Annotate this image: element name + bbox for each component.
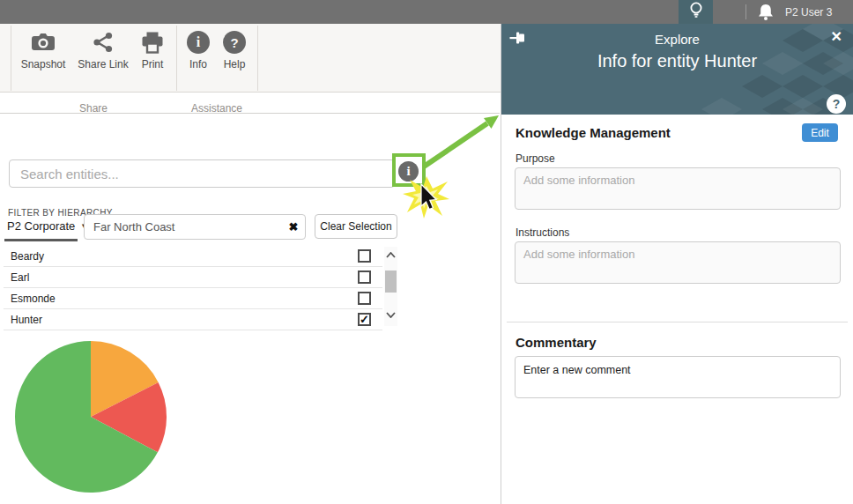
hierarchy-dropdown[interactable]: P2 Corporate ▼ [7, 219, 87, 233]
cursor-icon [421, 184, 436, 210]
click-starburst [403, 176, 449, 219]
content-top-border [0, 113, 500, 114]
info-button-ribbon[interactable]: i Info [180, 29, 217, 82]
instructions-textarea[interactable] [515, 241, 841, 284]
edit-button[interactable]: Edit [802, 123, 838, 142]
new-comment-textarea[interactable] [515, 356, 841, 398]
entity-checkbox[interactable] [358, 271, 371, 284]
help-label: Help [224, 58, 246, 70]
hierarchy-filter-input[interactable] [85, 220, 282, 233]
info-icon: i [187, 29, 210, 56]
entity-checkbox[interactable] [358, 249, 371, 263]
camera-icon [30, 29, 56, 56]
hierarchy-filter-field: ✖ [84, 214, 306, 240]
top-bar: P2 User 3 [0, 0, 853, 24]
entity-info-button[interactable]: i [398, 161, 419, 182]
annotation-arrow [424, 115, 499, 167]
purpose-label: Purpose [516, 152, 555, 165]
panel-title: Explore [501, 32, 853, 47]
panel-subtitle: Info for entity Hunter [501, 51, 853, 71]
share-link-label: Share Link [78, 58, 128, 70]
entity-row-beardy[interactable]: Beardy [4, 246, 382, 267]
snapshot-label: Snapshot [21, 58, 66, 70]
lightbulb-icon [688, 1, 704, 24]
pie-chart [11, 337, 170, 496]
print-button[interactable]: Print [132, 29, 173, 82]
snapshot-button[interactable]: Snapshot [16, 29, 70, 82]
explore-panel-body: Knowledge Management Edit Purpose Instru… [501, 115, 853, 504]
info-label: Info [189, 58, 207, 70]
panel-help-button[interactable]: ? [827, 94, 846, 114]
user-menu[interactable]: P2 User 3 [785, 6, 832, 19]
help-button-ribbon[interactable]: ? Help [217, 29, 252, 82]
share-link-button[interactable]: Share Link [74, 29, 132, 82]
ribbon-separator [176, 26, 177, 91]
purpose-textarea[interactable] [515, 167, 841, 210]
entity-row-hunter[interactable]: Hunter ✓ [4, 309, 382, 330]
ribbon-separator [11, 26, 11, 91]
hierarchy-dropdown-label: P2 Corporate [7, 219, 75, 233]
instructions-label: Instructions [516, 226, 569, 239]
notifications-button[interactable] [756, 4, 775, 21]
hierarchy-dropdown-underline [4, 239, 78, 241]
bell-icon [756, 9, 775, 24]
close-panel-button[interactable]: ✕ [831, 28, 842, 45]
entity-row-earl[interactable]: Earl [4, 267, 382, 288]
entity-checkbox[interactable]: ✓ [358, 313, 371, 326]
lightbulb-button[interactable] [679, 0, 713, 24]
share-icon [92, 29, 115, 56]
topbar-divider [745, 4, 746, 19]
clear-selection-button[interactable]: Clear Selection [315, 214, 397, 239]
knowledge-management-heading: Knowledge Management [516, 125, 671, 140]
clear-filter-icon[interactable]: ✖ [282, 220, 305, 233]
explore-panel-header: Explore Info for entity Hunter ✕ ? [501, 24, 853, 115]
explore-panel: Explore Info for entity Hunter ✕ ? Knowl… [501, 24, 853, 504]
panel-divider [507, 322, 848, 322]
print-label: Print [142, 58, 164, 70]
entity-list-scrollbar[interactable] [384, 247, 397, 326]
entity-checkbox[interactable] [358, 292, 371, 305]
help-icon: ? [223, 29, 246, 56]
entity-row-esmonde[interactable]: Esmonde [4, 288, 382, 309]
ribbon-separator [257, 26, 258, 91]
printer-icon [141, 29, 164, 56]
scrollbar-thumb[interactable] [385, 271, 397, 293]
scroll-up-button[interactable] [384, 247, 397, 263]
scroll-down-button[interactable] [384, 307, 397, 322]
entity-list: Beardy Earl Esmonde Hunter ✓ [4, 246, 382, 330]
ribbon-toolbar: Snapshot Share Link Print [0, 24, 501, 93]
commentary-heading: Commentary [516, 335, 597, 350]
search-input[interactable] [9, 159, 395, 188]
